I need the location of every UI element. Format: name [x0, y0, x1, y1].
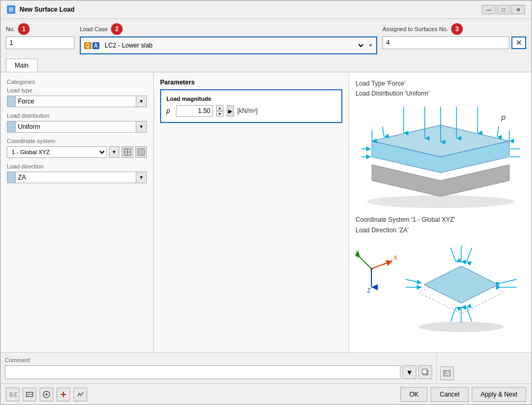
load-type-arrow[interactable]: ▼ — [136, 96, 147, 107]
apply-next-button[interactable]: Apply & Next — [472, 387, 526, 402]
p-decrement[interactable]: ▼ — [216, 111, 223, 117]
svg-point-54 — [45, 393, 48, 395]
load-type-info-line1: Load Type 'Force' — [356, 79, 525, 89]
p-arrow-button[interactable]: ▶ — [227, 105, 234, 117]
load-type-label: Load type — [7, 87, 147, 93]
load-type-select[interactable]: Force — [15, 96, 136, 107]
load-type-group: Load type Force ▼ — [7, 87, 147, 107]
comment-input-row: ▼ — [5, 365, 432, 379]
svg-text:Z: Z — [367, 287, 371, 293]
load-direction-arrow[interactable]: ▼ — [136, 172, 147, 183]
maximize-button[interactable]: □ — [497, 5, 510, 14]
load-case-label: Load Case — [80, 26, 108, 32]
status-bar: 0.0 — [1, 383, 531, 404]
badge-3: 3 — [451, 23, 463, 35]
tab-main[interactable]: Main — [6, 59, 38, 72]
load-type-dropdown: Force ▼ — [7, 96, 147, 107]
svg-text:p: p — [501, 113, 506, 121]
comment-dropdown-btn[interactable]: ▼ — [403, 365, 416, 379]
status-icon-4[interactable] — [57, 388, 70, 401]
assigned-input[interactable] — [382, 36, 509, 49]
status-icon-1[interactable]: 0.0 — [6, 388, 20, 401]
svg-marker-35 — [424, 266, 498, 303]
coord-button-1[interactable] — [122, 146, 133, 158]
load-direction-select[interactable]: ZA — [15, 172, 136, 183]
load-case-dropdown-arrow: ▼ — [368, 43, 373, 48]
load-magnitude-box: Load magnitude p ▲ ▼ ▶ [kN/m²] — [160, 89, 342, 123]
categories-label: Categories — [7, 79, 147, 85]
load-direction-label: Load direction — [7, 163, 147, 169]
load-case-section: Load Case 2 Q A LC2 - Lower slab ▼ — [80, 23, 377, 54]
p-unit: [kN/m²] — [237, 107, 258, 115]
status-icon-5[interactable] — [73, 388, 87, 401]
load-diagram-svg: p — [361, 104, 520, 210]
left-panel: Categories Load type Force ▼ Load distri… — [1, 72, 154, 352]
image-button[interactable] — [440, 366, 454, 380]
svg-rect-47 — [422, 369, 427, 374]
load-magnitude-label: Load magnitude — [166, 96, 336, 102]
load-type-info: Load Type 'Force' Load Distribution 'Uni… — [356, 79, 525, 99]
svg-line-26 — [371, 261, 393, 269]
svg-line-28 — [358, 256, 371, 269]
right-comment-area — [436, 353, 531, 383]
no-input[interactable] — [6, 36, 74, 49]
comment-label: Comment — [5, 357, 432, 363]
assigned-label: Assigned to Surfaces No. — [382, 26, 448, 32]
right-panel: Load Type 'Force' Load Distribution 'Uni… — [349, 72, 531, 352]
svg-text:X: X — [394, 255, 398, 261]
assigned-select-button[interactable]: ✕ — [511, 36, 526, 49]
svg-rect-1 — [9, 7, 13, 12]
parameters-label: Parameters — [160, 79, 342, 86]
load-distribution-dropdown: Uniform ▼ — [7, 121, 147, 133]
comment-section: Comment ▼ — [1, 353, 436, 383]
svg-line-42 — [466, 248, 472, 262]
coord-button-2[interactable] — [135, 146, 147, 158]
rotated-surface-svg — [403, 240, 519, 335]
lc-badge-q: Q — [84, 42, 91, 49]
svg-line-20 — [497, 126, 499, 137]
cancel-button[interactable]: Cancel — [431, 387, 468, 402]
svg-point-7 — [367, 195, 515, 208]
top-diagram: p — [356, 104, 525, 210]
status-icon-2[interactable] — [23, 388, 36, 401]
load-distribution-arrow[interactable]: ▼ — [136, 121, 147, 133]
header-row: No. 1 Load Case 2 Q A LC2 - Lower slab ▼ — [1, 19, 531, 59]
svg-line-40 — [451, 248, 456, 262]
coord-dropdown-arrow[interactable]: ▼ — [109, 146, 119, 158]
load-distribution-select[interactable]: Uniform — [15, 121, 136, 133]
load-case-select[interactable]: LC2 - Lower slab — [102, 40, 365, 51]
load-type-color — [7, 96, 15, 107]
no-label: No. — [6, 26, 15, 32]
p-increment[interactable]: ▲ — [216, 105, 223, 111]
assigned-section: Assigned to Surfaces No. 3 ✕ — [382, 23, 526, 49]
coord-info-line1: Coordinate System '1 - Global XYZ' — [356, 215, 525, 225]
bottom-area: Comment ▼ — [1, 352, 531, 383]
coord-axes: X Y Z — [356, 240, 398, 293]
svg-line-38 — [501, 279, 517, 283]
svg-line-36 — [406, 279, 422, 283]
param-row: p ▲ ▼ ▶ [kN/m²] — [166, 105, 336, 117]
comment-copy-btn[interactable] — [418, 365, 432, 379]
coord-info-line2: Load Direction 'ZA' — [356, 225, 525, 236]
comment-input[interactable] — [5, 365, 400, 379]
minimize-button[interactable]: — — [482, 5, 496, 14]
svg-text:0.0: 0.0 — [10, 391, 17, 398]
coordinate-system-row: 1 - Global XYZ ▼ — [7, 146, 147, 158]
content-area: Categories Load type Force ▼ Load distri… — [1, 72, 531, 352]
main-window: New Surface Load — □ ✕ No. 1 Load Case 2… — [0, 0, 532, 405]
load-type-info-line2: Load Distribution 'Uniform' — [356, 89, 525, 99]
svg-line-19 — [382, 126, 384, 137]
ok-button[interactable]: OK — [400, 387, 427, 402]
coordinate-system-select[interactable]: 1 - Global XYZ — [7, 146, 107, 158]
close-button[interactable]: ✕ — [511, 5, 525, 14]
status-buttons: OK Cancel Apply & Next — [400, 387, 526, 402]
load-distribution-group: Load distribution Uniform ▼ — [7, 112, 147, 133]
status-icons: 0.0 — [6, 388, 87, 401]
svg-point-6 — [139, 150, 143, 154]
p-input[interactable] — [176, 105, 213, 117]
status-icon-3[interactable] — [40, 388, 53, 401]
no-section: No. 1 — [6, 23, 74, 49]
p-label: p — [166, 107, 173, 115]
coordinate-system-group: Coordinate system 1 - Global XYZ ▼ — [7, 138, 147, 158]
app-icon — [7, 5, 15, 14]
